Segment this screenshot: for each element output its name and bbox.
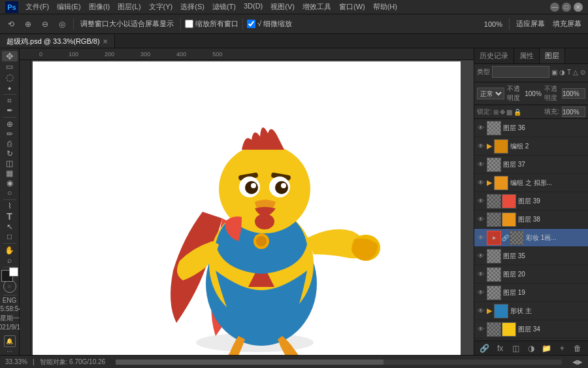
toolbar-icon-1[interactable]: ⟲ [4,17,18,31]
adjustment-filter-icon[interactable]: ◑ [559,69,565,76]
heal-tool-btn[interactable]: ⊕ [2,120,18,129]
status-arrows[interactable]: ◀▶ [572,358,583,365]
hand-tool-btn[interactable]: ✋ [2,246,18,255]
gradient-tool-btn[interactable]: ▦ [2,169,18,178]
menu-layer[interactable]: 图层(L) [114,1,144,12]
shape-tool-btn[interactable]: □ [2,232,18,241]
eraser-tool-btn[interactable]: ◫ [2,159,18,168]
add-style-icon[interactable]: fx [495,344,506,353]
zoom-windows-checkbox[interactable] [185,20,193,28]
blend-mode-select[interactable]: 正常 [477,88,504,99]
history-tab[interactable]: 历史记录 [474,48,514,63]
visibility-icon[interactable]: 👁 [477,252,485,259]
visibility-icon[interactable]: 👁 [477,234,485,241]
close-button[interactable]: ✕ [574,3,583,12]
history-brush-btn[interactable]: ↻ [2,149,18,158]
canvas-area[interactable]: 0100200300400500 [20,48,474,355]
lock-all-icon[interactable]: 🔒 [514,109,521,116]
lock-position-icon[interactable]: ✥ [500,109,505,116]
zoom-windows-option[interactable]: 缩放所有窗口 [185,19,238,29]
fine-zoom-option[interactable]: √ 细微缩放 [247,19,292,29]
menu-plugins[interactable]: 增效工具 [299,1,335,12]
layer-search-input[interactable] [495,69,546,76]
delete-layer-icon[interactable]: 🗑 [572,344,583,353]
blur-tool-btn[interactable]: ◉ [2,178,18,188]
visibility-icon[interactable]: 👁 [477,142,485,150]
menu-edit[interactable]: 编辑(E) [54,1,84,12]
menu-window[interactable]: 窗口(W) [336,1,368,12]
menu-filter[interactable]: 滤镜(T) [209,1,239,12]
lock-artboard-icon[interactable]: ▩ [506,109,512,116]
visibility-icon[interactable]: 👁 [477,197,485,205]
more-tools-btn[interactable]: ··· [7,348,12,355]
layer-item[interactable]: 👁 图层 19 [474,284,588,302]
clone-tool-btn[interactable]: ⎙ [2,139,18,148]
menu-select[interactable]: 选择(S) [177,1,208,12]
text-tool-btn[interactable]: T [2,211,18,222]
add-mask-icon[interactable]: ◫ [510,344,521,353]
layer-item[interactable]: 👁 图层 36 [474,119,588,137]
fine-zoom-checkbox[interactable] [247,20,255,28]
visibility-icon[interactable]: 👁 [477,307,485,314]
layer-search-box[interactable] [492,66,549,78]
toolbar-icon-2[interactable]: ⊕ [21,17,35,31]
visibility-icon[interactable]: 👁 [477,216,485,223]
properties-tab[interactable]: 属性 [514,48,540,63]
brush-tool-btn[interactable]: ✏ [2,129,18,139]
selection-tool-btn[interactable]: ▭ [2,62,18,71]
menu-bar[interactable]: 文件(F) 编辑(E) 图像(I) 图层(L) 文字(Y) 选择(S) 滤镜(T… [22,1,400,12]
layer-item[interactable]: 👁 图层 38 [474,210,588,229]
lasso-tool-btn[interactable]: ◌ [2,72,18,82]
notification-icon[interactable]: 🔔 [4,335,16,347]
crop-tool-btn[interactable]: ⌗ [2,96,18,105]
visibility-icon[interactable]: 👁 [477,161,485,168]
pen-tool-btn[interactable]: ⌇ [2,201,18,210]
lock-pixels-icon[interactable]: ⊞ [493,109,498,116]
menu-file[interactable]: 文件(F) [22,1,52,12]
opacity-input[interactable] [562,88,585,99]
visibility-icon[interactable]: 👁 [477,124,485,131]
menu-help[interactable]: 帮助(H) [370,1,400,12]
new-group-icon[interactable]: 📁 [541,344,553,353]
layer-item[interactable]: 👁 图层 39 [474,192,588,210]
fit-screen-btn[interactable]: 适应屏幕 [514,18,547,30]
visibility-icon[interactable]: 👁 [477,179,485,186]
eyedropper-btn[interactable]: ✒ [2,106,18,115]
path-select-btn[interactable]: ↖ [2,222,18,231]
layer-item[interactable]: 👁 图层 34 [474,320,588,339]
new-adjustment-icon[interactable]: ◑ [525,344,537,353]
zoom-tool-btn[interactable]: ⌕ [2,256,18,265]
quick-select-btn[interactable]: ⬥ [2,83,18,92]
new-layer-icon[interactable]: + [556,344,568,353]
layer-item[interactable]: 👁 ▶ 形状 主 [474,302,588,320]
doc-tab-close[interactable]: ✕ [103,38,108,45]
layers-tab[interactable]: 图层 [540,48,565,63]
menu-text[interactable]: 文字(Y) [146,1,176,12]
visibility-icon[interactable]: 👁 [477,326,485,333]
menu-image[interactable]: 图像(I) [86,1,113,12]
layer-item[interactable]: 👁 图层 37 [474,156,588,174]
pixel-filter-icon[interactable]: ▣ [551,69,557,76]
window-controls[interactable]: — □ ✕ [550,3,583,12]
visibility-icon[interactable]: 👁 [477,271,485,278]
background-color[interactable] [9,267,18,276]
layer-item[interactable]: 👁 图层 35 [474,247,588,265]
visibility-icon[interactable]: 👁 [477,289,485,296]
opacity-value[interactable]: 100% [525,90,542,97]
minimize-button[interactable]: — [550,3,559,12]
toolbar-icon-4[interactable]: ◎ [55,17,69,31]
fill-input[interactable] [562,107,585,117]
fill-screen-btn[interactable]: 填充屏幕 [550,18,584,30]
layer-item[interactable]: 👁 ▶ 🔗 彩妆 1画... [474,229,588,247]
layer-item[interactable]: 👁 ▶ 编组 2 [474,137,588,156]
toolbar-icon-3[interactable]: ⊖ [38,17,52,31]
doc-tab-active[interactable]: 超级鸡.psd @ 33.3%(RGB/8) ✕ [0,35,115,48]
type-filter-icon[interactable]: T [567,69,571,76]
layer-item[interactable]: 👁 图层 20 [474,265,588,284]
menu-view[interactable]: 视图(V) [267,1,298,12]
smart-filter-icon[interactable]: ⊙ [580,69,585,76]
shape-filter-icon[interactable]: △ [573,69,578,76]
maximize-button[interactable]: □ [562,3,571,12]
dodge-tool-btn[interactable]: ○ [2,188,18,197]
menu-3d[interactable]: 3D(D) [240,1,266,12]
